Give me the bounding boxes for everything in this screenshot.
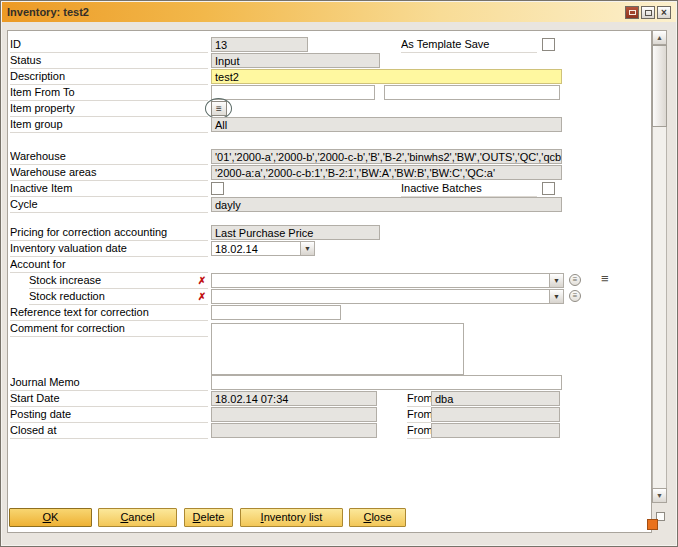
id-field: 13 [211, 37, 308, 52]
form-settings-icon[interactable] [647, 512, 665, 530]
inactive-item-label: Inactive Item [10, 181, 208, 197]
description-label: Description [10, 69, 208, 85]
account-for-label: Account for [10, 257, 208, 273]
reference-text-field[interactable] [211, 305, 341, 320]
posting-date-field [211, 407, 377, 422]
start-date-from-field: dba [431, 391, 560, 406]
item-property-button[interactable]: ≡ [211, 101, 227, 116]
window-title: Inventory: test2 [7, 6, 89, 18]
warehouse-field: '01','2000-a','2000-b','2000-c-b','B','B… [211, 149, 562, 164]
description-field[interactable]: test2 [211, 69, 562, 84]
inventory-valuation-date-value: 18.02.14 [215, 243, 258, 255]
warehouse-areas-label: Warehouse areas [10, 165, 208, 181]
comment-textarea[interactable] [211, 323, 464, 375]
pricing-for-correction-label: Pricing for correction accounting [10, 225, 208, 241]
id-label: ID [10, 37, 208, 53]
account-menu-icon[interactable]: ≡ [601, 272, 609, 286]
maximize-icon [645, 10, 652, 16]
close-form-button[interactable]: Close [349, 508, 406, 527]
stock-reduction-label: Stock reduction [29, 289, 208, 305]
closed-at-label: Closed at [10, 423, 208, 439]
minimize-button[interactable] [625, 6, 639, 19]
close-button[interactable]: × [657, 6, 671, 19]
inventory-valuation-date-field[interactable]: 18.02.14 ▼ [211, 241, 315, 256]
ok-button[interactable]: OK [9, 508, 92, 527]
scroll-down-button[interactable]: ▼ [652, 488, 667, 503]
pricing-for-correction-field: Last Purchase Price [211, 225, 380, 240]
start-date-field: 18.02.14 07:34 [211, 391, 377, 406]
chevron-down-icon[interactable]: ▼ [549, 290, 563, 303]
item-to-field[interactable] [384, 85, 560, 100]
item-from-field[interactable] [211, 85, 375, 100]
inactive-batches-label: Inactive Batches [401, 181, 537, 197]
cycle-label: Cycle [10, 197, 208, 213]
maximize-button[interactable] [641, 6, 655, 19]
start-date-label: Start Date [10, 391, 208, 407]
chevron-down-icon[interactable]: ▼ [549, 274, 563, 287]
posting-date-label: Posting date [10, 407, 208, 423]
item-group-label: Item group [10, 117, 208, 133]
scrollbar-thumb[interactable] [652, 45, 667, 127]
inventory-list-button[interactable]: Inventory list [240, 508, 343, 527]
window-controls: × [625, 6, 671, 19]
inventory-window: Inventory: test2 × ID 13 As Template Sav… [0, 0, 678, 547]
status-field: Input [211, 53, 380, 68]
warehouse-areas-field: '2000-a:a','2000-c-b:1','B-2:1','BW:A','… [211, 165, 562, 180]
inventory-valuation-date-label: Inventory valuation date [10, 241, 208, 257]
stock-reduction-combobox[interactable]: ▼ [211, 289, 564, 304]
cancel-button[interactable]: Cancel [98, 508, 177, 527]
stock-increase-combobox[interactable]: ▼ [211, 273, 564, 288]
inactive-item-checkbox[interactable] [211, 182, 224, 195]
corner-front-square [647, 519, 658, 530]
cycle-field: dayly [211, 197, 562, 212]
closed-at-field [211, 423, 377, 438]
comment-label: Comment for correction [10, 321, 208, 337]
required-marker-icon: ✗ [196, 289, 208, 304]
as-template-save-checkbox[interactable] [542, 38, 555, 51]
required-marker-icon: ✗ [196, 273, 208, 288]
item-from-to-label: Item From To [10, 85, 208, 101]
scroll-up-button[interactable]: ▲ [652, 30, 667, 45]
stock-increase-label: Stock increase [29, 273, 208, 289]
start-date-from-label: From [407, 391, 431, 407]
as-template-save-label: As Template Save [401, 37, 537, 53]
closed-at-from-label: From [407, 423, 431, 439]
warehouse-label: Warehouse [10, 149, 208, 165]
inactive-batches-checkbox[interactable] [542, 182, 555, 195]
window-titlebar[interactable]: Inventory: test2 × [2, 2, 676, 22]
reference-text-label: Reference text for correction [10, 305, 208, 321]
journal-memo-field[interactable] [211, 375, 562, 390]
posting-date-from-field [431, 407, 560, 422]
item-group-field: All [211, 117, 562, 132]
item-property-label: Item property [10, 101, 208, 117]
choose-from-list-icon[interactable]: ≡ [569, 290, 581, 302]
posting-date-from-label: From [407, 407, 431, 423]
choose-from-list-icon[interactable]: ≡ [569, 274, 581, 286]
journal-memo-label: Journal Memo [10, 375, 208, 391]
minimize-icon [629, 10, 636, 15]
calendar-dropdown-icon[interactable]: ▼ [300, 242, 314, 255]
closed-at-from-field [431, 423, 560, 438]
delete-button[interactable]: Delete [184, 508, 233, 527]
status-label: Status [10, 53, 208, 69]
